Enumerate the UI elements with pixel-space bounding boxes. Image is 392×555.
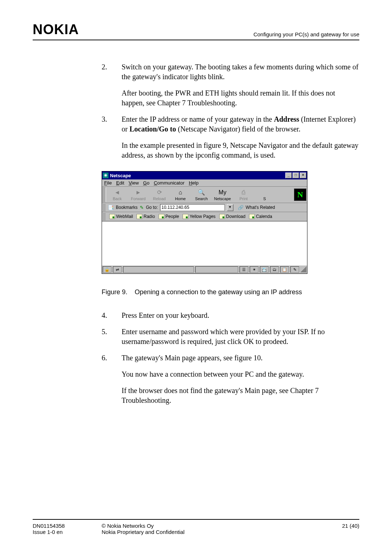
bookmark-download[interactable]: Download [219, 214, 245, 219]
location-bar: 📑 Bookmarks ✎ Go to: 10.112.240.65 ▼ 🔗 W… [102, 203, 307, 212]
menu-edit[interactable]: Edit [116, 180, 124, 186]
toolbar-label: Reload [149, 197, 170, 201]
security-icon[interactable]: 🔓 [103, 266, 111, 273]
toolbar-s-button[interactable]: S [254, 189, 275, 201]
step-number: 5. [102, 327, 122, 347]
bookmark-calenda[interactable]: Calenda [249, 214, 272, 219]
bookmark-webmail[interactable]: WebMail [109, 214, 133, 219]
app-icon: ✳ [103, 173, 109, 178]
toolbar-home-button[interactable]: ⌂Home [170, 189, 191, 201]
paragraph: The gateway's Main page appears, see fig… [122, 353, 359, 363]
doc-id: DN01154358 [33, 523, 102, 529]
bookmark-label: Radio [143, 214, 155, 219]
goto-label: Go to: [146, 205, 158, 210]
bookmark-icon [136, 214, 142, 219]
step: 3.Enter the IP address or name of your g… [102, 114, 359, 160]
component-icon-6[interactable]: ✎ [290, 266, 299, 273]
toolbar-reload-button: ⟳Reload [149, 189, 170, 201]
bookmark-label: WebMail [116, 214, 133, 219]
issue: Issue 1-0 en [33, 529, 102, 535]
bookmark-icon [219, 214, 225, 219]
paragraph: Switch on your gateway. The booting take… [122, 62, 359, 82]
toolbar-netscape-button[interactable]: MyNetscape [212, 189, 233, 201]
component-icon-3[interactable]: 📇 [260, 266, 269, 273]
step: 5.Enter username and password which were… [102, 327, 359, 347]
figure-text: Opening a connection to the gateway usin… [135, 288, 302, 296]
toolbar-label: Search [191, 197, 212, 201]
step-text: Enter the IP address or name of your gat… [122, 114, 359, 160]
paragraph: If the browser does not find the gateway… [122, 386, 359, 405]
step-number: 3. [102, 114, 122, 160]
figure-caption: Figure 9. Opening a connection to the ga… [102, 288, 359, 296]
bookmark-radio[interactable]: Radio [136, 214, 155, 219]
toolbar-label: Home [170, 197, 191, 201]
bookmark-icon [109, 214, 115, 219]
toolbar-label: Back [107, 197, 128, 201]
paragraph: After booting, the PWR and ETH lights sh… [122, 88, 359, 108]
page-footer: DN01154358 Issue 1-0 en © Nokia Networks… [33, 519, 359, 535]
bookmark-icon [183, 214, 188, 219]
bookmark-yellow-pages[interactable]: Yellow Pages [183, 214, 216, 219]
figure-9-screenshot: ✳ Netscape _□× FileEditViewGoCommunicato… [102, 171, 359, 274]
address-dropdown-button[interactable]: ▼ [227, 204, 233, 211]
step-text: Switch on your gateway. The booting take… [122, 62, 359, 108]
throbber-icon: N [294, 189, 306, 201]
print-icon: ⎙ [240, 189, 248, 196]
nokia-logo: NOKIA [33, 22, 79, 37]
bookmark-label: Calenda [256, 214, 272, 219]
menu-go[interactable]: Go [143, 180, 149, 186]
toolbar-label: S [254, 197, 275, 201]
bookmarks-icon[interactable]: 📑 [108, 205, 114, 210]
step: 4.Press Enter on your keyboard. [102, 311, 359, 320]
menu-file[interactable]: File [104, 180, 112, 186]
toolbar-label: Netscape [212, 197, 233, 201]
paragraph: Enter username and password which were p… [122, 327, 359, 347]
resize-grip[interactable] [301, 267, 306, 272]
page-header: NOKIA Configuring your PC(s) and gateway… [33, 22, 359, 40]
menubar: FileEditViewGoCommunicatorHelp [102, 179, 307, 187]
related-icon[interactable]: 🔗 [238, 205, 244, 210]
step: 2.Switch on your gateway. The booting ta… [102, 62, 359, 108]
maximize-button[interactable]: □ [293, 173, 299, 178]
menu-communicator[interactable]: Communicator [154, 180, 185, 186]
forward-icon: ► [134, 189, 142, 196]
minimize-button[interactable]: _ [285, 173, 292, 178]
step-number: 4. [102, 311, 122, 320]
confidential: Nokia Proprietary and Confidential [102, 529, 342, 535]
figure-label: Figure 9. [102, 288, 127, 296]
menu-view[interactable]: View [128, 180, 139, 186]
location-icon[interactable]: ✎ [140, 205, 144, 210]
linkbar-grip[interactable] [103, 213, 106, 220]
component-icon-4[interactable]: 🗂 [270, 266, 279, 273]
step: 6.The gateway's Main page appears, see f… [102, 353, 359, 405]
paragraph: Enter the IP address or name of your gat… [122, 114, 359, 134]
whats-related-button[interactable]: What's Related [246, 205, 275, 210]
step-text: Press Enter on your keyboard. [122, 311, 359, 320]
toolbar-forward-button: ►Forward [128, 189, 149, 201]
toolbar-print-button: ⎙Print [233, 189, 254, 201]
locbar-grip[interactable] [103, 204, 106, 211]
s-icon [261, 189, 269, 196]
close-button[interactable]: × [300, 173, 306, 178]
toolbar-search-button[interactable]: 🔍Search [191, 189, 212, 201]
bookmark-people[interactable]: People [159, 214, 179, 219]
toolbar-label: Forward [128, 197, 149, 201]
window-title: Netscape [110, 173, 285, 178]
paragraph: In the example presented in figure 9, Ne… [122, 141, 359, 160]
component-icon-1[interactable]: ☰ [240, 266, 248, 273]
address-input[interactable]: 10.112.240.65 [160, 204, 225, 211]
toolbar-grip[interactable] [102, 187, 106, 202]
online-icon[interactable]: ⇌ [113, 266, 122, 273]
step-text: Enter username and password which were p… [122, 327, 359, 347]
toolbar-back-button: ◄Back [107, 189, 128, 201]
home-icon: ⌂ [176, 189, 184, 196]
step-text: The gateway's Main page appears, see fig… [122, 353, 359, 405]
bookmark-label: Yellow Pages [189, 214, 216, 219]
search-icon: 🔍 [197, 189, 205, 196]
bookmarks-button[interactable]: Bookmarks [116, 205, 138, 210]
component-icon-2[interactable]: ✴ [250, 266, 258, 273]
menu-help[interactable]: Help [189, 180, 199, 186]
titlebar: ✳ Netscape _□× [102, 171, 307, 179]
status-bar: 🔓 ⇌ ☰ ✴ 📇 🗂 📋 ✎ [102, 265, 307, 274]
component-icon-5[interactable]: 📋 [280, 266, 289, 273]
